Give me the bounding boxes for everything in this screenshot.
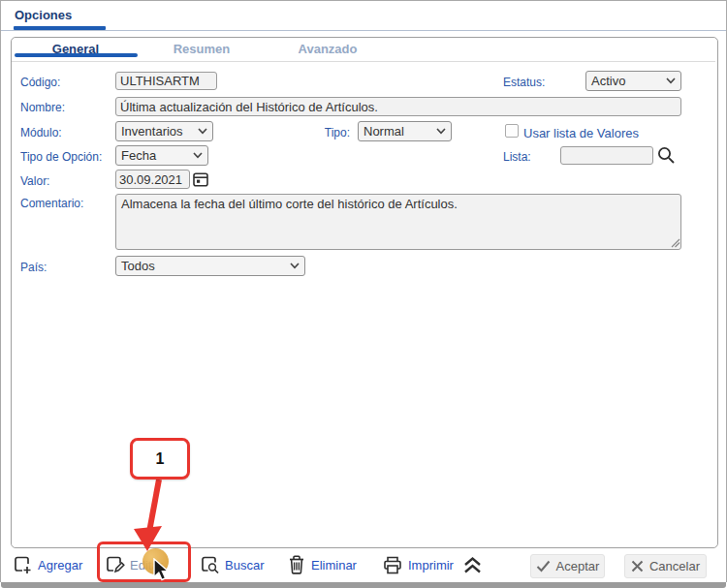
annotation-highlight-rect	[97, 542, 191, 582]
lista-label: Lista:	[503, 150, 531, 164]
tipo-label: Tipo:	[309, 126, 350, 139]
pais-selected-value: Todos	[121, 259, 155, 273]
toolbar-buscar-label: Buscar	[225, 558, 264, 573]
modulo-label: Módulo:	[20, 126, 62, 139]
comentario-label: Comentario:	[20, 197, 83, 210]
toolbar-eliminar[interactable]: Eliminar	[287, 554, 357, 575]
collapse-toolbar-chevrons-icon[interactable]	[460, 554, 485, 576]
pais-select[interactable]: Todos	[115, 256, 305, 276]
usar-lista-valores-checkbox[interactable]	[505, 124, 519, 138]
cancelar-button[interactable]: Cancelar	[624, 554, 707, 578]
check-icon	[536, 560, 551, 573]
tab-avanzado[interactable]: Avanzado	[265, 42, 391, 56]
toolbar-buscar[interactable]: Buscar	[200, 555, 264, 575]
valor-label: Valor:	[20, 174, 49, 188]
comentario-textarea[interactable]: Almacena la fecha del último corte del h…	[115, 194, 681, 250]
tipo-selected-value: Normal	[364, 124, 404, 139]
chevron-down-icon	[666, 77, 676, 84]
modulo-select[interactable]: Inventarios	[115, 121, 213, 141]
options-dialog: Opciones General Resumen Avanzado Código…	[0, 0, 727, 582]
tipo-opcion-select[interactable]: Fecha	[115, 145, 208, 166]
codigo-label: Código:	[20, 76, 60, 89]
toolbar-imprimir[interactable]: Imprimir	[382, 555, 454, 575]
header-divider	[1, 30, 726, 31]
estatus-selected-value: Activo	[591, 74, 625, 88]
annotation-step-box: 1	[130, 438, 190, 480]
toolbar-imprimir-label: Imprimir	[408, 558, 454, 573]
tab-general-active-underline	[15, 53, 138, 57]
tabs-divider	[12, 61, 715, 62]
document-search-icon	[200, 555, 220, 575]
toolbar-agregar[interactable]: Agregar	[13, 555, 82, 575]
trash-icon	[287, 554, 306, 575]
search-icon[interactable]	[656, 145, 677, 166]
estatus-label: Estatus:	[503, 76, 545, 89]
estatus-select[interactable]: Activo	[585, 71, 681, 91]
tipo-opcion-selected-value: Fecha	[121, 148, 156, 163]
lista-input[interactable]	[560, 146, 653, 165]
valor-date-input[interactable]	[115, 170, 190, 189]
nombre-input[interactable]	[115, 97, 681, 116]
cancelar-button-label: Cancelar	[649, 559, 700, 573]
document-plus-icon	[13, 555, 33, 575]
chevron-down-icon	[198, 128, 207, 135]
window-bottom-edge	[1, 582, 726, 588]
window-title: Opciones	[15, 8, 72, 22]
chevron-down-icon	[436, 128, 446, 135]
chevron-down-icon	[193, 152, 203, 159]
chevron-down-icon	[290, 263, 300, 269]
aceptar-button-label: Aceptar	[556, 559, 600, 573]
tab-resumen[interactable]: Resumen	[139, 42, 265, 56]
toolbar-eliminar-label: Eliminar	[311, 558, 357, 573]
annotation-step-number: 1	[156, 450, 165, 468]
close-icon	[631, 560, 644, 573]
toolbar-agregar-label: Agregar	[38, 558, 82, 573]
modulo-selected-value: Inventarios	[121, 124, 183, 139]
usar-lista-valores-label[interactable]: Usar lista de Valores	[523, 126, 639, 140]
calendar-icon[interactable]	[192, 170, 209, 188]
nombre-label: Nombre:	[20, 101, 65, 114]
resize-grip-icon[interactable]	[671, 238, 680, 248]
tipo-opcion-label: Tipo de Opción:	[20, 150, 102, 164]
pais-label: País:	[20, 261, 47, 274]
printer-icon	[382, 555, 403, 575]
codigo-input[interactable]	[115, 72, 217, 90]
tipo-select[interactable]: Normal	[358, 121, 452, 141]
aceptar-button[interactable]: Aceptar	[530, 554, 605, 578]
